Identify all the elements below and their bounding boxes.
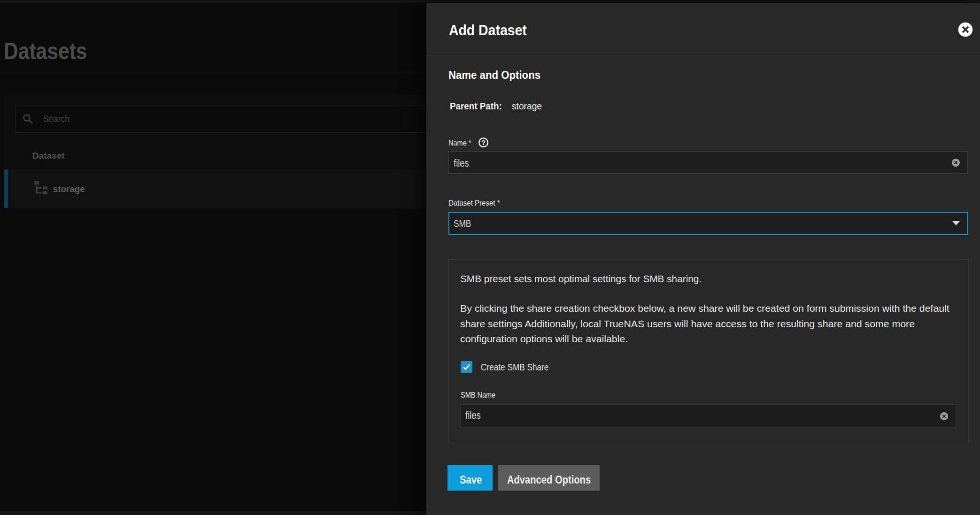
svg-text:?: ?	[481, 138, 486, 146]
